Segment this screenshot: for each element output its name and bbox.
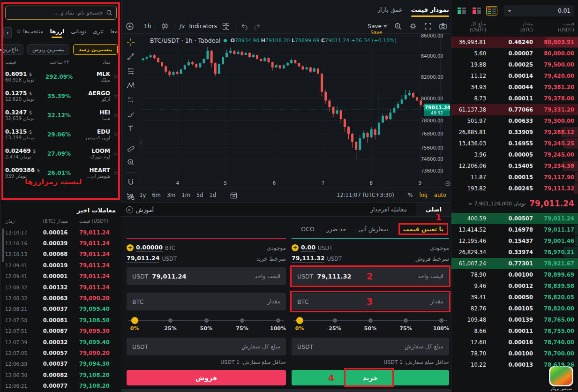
watchlist-filter[interactable]: بیشترین ریزش [27, 44, 69, 55]
sell-amount-field[interactable]: مقدار BTC [127, 293, 286, 310]
coin-row[interactable]: ☆ HEARTهیومنز ای... 26.01% 0.009386 $939… [0, 163, 121, 182]
percent-stop[interactable]: 0% [292, 317, 308, 332]
bid-row[interactable]: 12.60 0.00016 78,740.00 [451, 337, 578, 348]
ask-row[interactable]: 34.93 0.00044 79,381.20 [451, 82, 578, 93]
settings-gear-icon[interactable] [409, 22, 417, 30]
tab-market-depth[interactable]: عمق بازار [377, 6, 403, 16]
auto-scale-button[interactable]: auto [434, 192, 446, 198]
ask-row[interactable]: 8.73 0.00011 79,378.00 [451, 93, 578, 104]
order-type-tab[interactable]: حد ضرر [327, 226, 346, 233]
sell-headline-value[interactable]: 79,011.24 [127, 255, 159, 263]
bid-row[interactable]: 61,007.24 0.77301 78,921.67 [451, 258, 578, 269]
crosshair-icon[interactable] [124, 37, 138, 48]
search-input[interactable]: جستجو نام، نماد و ... [5, 6, 117, 20]
bid-row[interactable]: 109.48 0.00139 78,765.00 [451, 314, 578, 325]
go-to-date-icon[interactable] [230, 191, 238, 199]
favorite-star-icon[interactable]: ☆ [111, 73, 119, 80]
watchlist-tab[interactable]: تومانی [71, 28, 86, 37]
precision-select[interactable]: 0.01 [504, 5, 574, 16]
ask-row[interactable]: 26,885.81 0.33909 79,288.12 [451, 127, 578, 138]
buy-amount-field[interactable]: مقدار BTC 3 [292, 293, 449, 310]
slider-dot[interactable] [404, 318, 408, 323]
brush-icon[interactable] [124, 108, 138, 120]
ask-row[interactable]: 19.88 0.00025 79,500.00 [451, 59, 578, 70]
percent-stop[interactable]: 75% [398, 317, 414, 332]
watchlist-tab[interactable]: تتری [93, 28, 104, 37]
zoom-in-icon[interactable] [124, 157, 138, 168]
slider-dot[interactable] [131, 317, 138, 324]
percent-stop[interactable]: 50% [198, 317, 214, 332]
order-type-tab[interactable]: سفارش آنی [359, 226, 388, 233]
xabcd-pattern-icon[interactable] [124, 80, 138, 91]
range-button[interactable]: 1d [209, 192, 216, 198]
undo-icon[interactable] [240, 23, 248, 30]
symbol-add-icon[interactable] [126, 22, 134, 30]
favorite-star-icon[interactable]: ☆ [111, 169, 119, 176]
bid-row[interactable]: 9.46 0.00012 78,839.58 [451, 280, 578, 292]
bid-row[interactable]: 78.90 0.00100 78,899.69 [451, 269, 578, 280]
percent-stop[interactable]: 100% [433, 317, 449, 332]
ask-row[interactable]: 5.60 0.00007 80,000.00 [451, 48, 578, 59]
range-button[interactable]: 6m [152, 192, 161, 198]
coin-row[interactable]: ☆ AERGOآرگو 35.39% 0.1275 $12,620 تومان [0, 86, 121, 106]
watchlist-tab[interactable]: معا [110, 28, 118, 37]
bid-row[interactable]: 400.59 0.00507 79,011.24 [451, 213, 578, 224]
trend-line-icon[interactable] [124, 51, 138, 63]
bid-row[interactable]: 12,195.46 0.15437 79,001.46 [451, 235, 578, 247]
buy-total-field[interactable]: مبلغ کل سفارش USDT [292, 338, 449, 355]
slider-dot[interactable] [168, 318, 173, 323]
ask-row[interactable]: 11.12 0.00014 79,420.00 [451, 70, 578, 82]
interval-button[interactable]: 1h [144, 23, 151, 30]
order-type-tab[interactable]: OCO [301, 226, 314, 233]
buy-headline-value[interactable]: 79,111.32 [292, 255, 324, 263]
range-button[interactable]: 5d [196, 192, 203, 198]
bid-row[interactable]: 26,829.34 0.33974 78,970.21 [451, 247, 578, 258]
coin-row[interactable]: ☆ MLKمیلک 292.09% 0.6091 $60,918 تومان [0, 67, 121, 86]
watchlist-tab[interactable]: ارزها [50, 28, 64, 37]
slider-dot[interactable] [276, 318, 280, 323]
fib-retracement-icon[interactable] [124, 65, 138, 77]
percent-stop[interactable]: 0% [127, 317, 143, 332]
tab-price-chart[interactable]: نمودار قیمت [411, 6, 449, 16]
deposit-plus-icon[interactable]: + [127, 244, 134, 251]
ask-row[interactable]: 501.97 0.00633 79,300.00 [451, 115, 578, 127]
quick-search-icon[interactable] [394, 22, 402, 30]
range-button[interactable]: 5y [127, 192, 133, 198]
percent-stop[interactable]: 100% [270, 317, 286, 332]
last-price-row[interactable]: ≈ 7,901,124,000 تومان 79,011.24 [455, 196, 574, 211]
ask-row[interactable]: 12,206.06 0.15405 79,234.38 [451, 160, 578, 172]
bid-row[interactable]: 82.76 0.00105 78,820.00 [451, 303, 578, 314]
axis-settings-icon[interactable] [445, 181, 451, 187]
favorite-star-icon[interactable]: ☆ [111, 131, 119, 138]
screenshot-camera-icon[interactable] [439, 22, 447, 30]
trades-scrollbar[interactable] [2, 228, 4, 262]
bid-row[interactable]: 39.41 0.00050 78,820.05 [451, 292, 578, 303]
redo-icon[interactable] [253, 23, 262, 30]
magnet-icon[interactable] [124, 176, 138, 188]
candle-style-icon[interactable] [161, 22, 169, 30]
layout-grid-icon[interactable] [222, 22, 230, 30]
slider-dot[interactable] [333, 318, 337, 323]
percent-scale-button[interactable]: % [408, 192, 413, 198]
slider-dot[interactable] [240, 318, 244, 323]
save-layout-button[interactable]: Save Save [368, 23, 387, 30]
trade-form-tab[interactable]: اصلی [416, 203, 451, 216]
percent-stop[interactable]: 50% [362, 317, 378, 332]
tabs-scroll-left-button[interactable]: ‹ [3, 27, 12, 38]
order-type-tab-active[interactable]: با تعیین قیمت 1 [400, 224, 446, 234]
watchlist-filter[interactable]: داغ‌ترین‌ها [0, 44, 23, 55]
training-button[interactable]: آموزش ▸ [126, 203, 154, 217]
text-icon[interactable] [124, 123, 138, 135]
deposit-plus-icon[interactable]: + [292, 244, 299, 251]
favorite-star-icon[interactable]: ☆ [111, 112, 119, 119]
coin-row[interactable]: ☆ EDUاوپن کمپوس 29.06% 0.1315 $13,199 تو… [0, 125, 121, 144]
favorite-star-icon[interactable]: ☆ [111, 150, 119, 157]
bid-row[interactable]: 78.70 0.00100 78,700.00 [451, 348, 578, 359]
book-view-asks-icon[interactable] [471, 6, 482, 15]
time-axis[interactable]: 456789 [140, 179, 440, 187]
ask-row[interactable]: 3.96 0.00005 79,245.00 [451, 149, 578, 160]
slider-dot[interactable] [296, 317, 303, 324]
range-button[interactable]: 1y [139, 192, 146, 198]
fullscreen-icon[interactable] [424, 22, 432, 30]
sell-total-field[interactable]: مبلغ کل سفارش USDT [127, 338, 286, 355]
